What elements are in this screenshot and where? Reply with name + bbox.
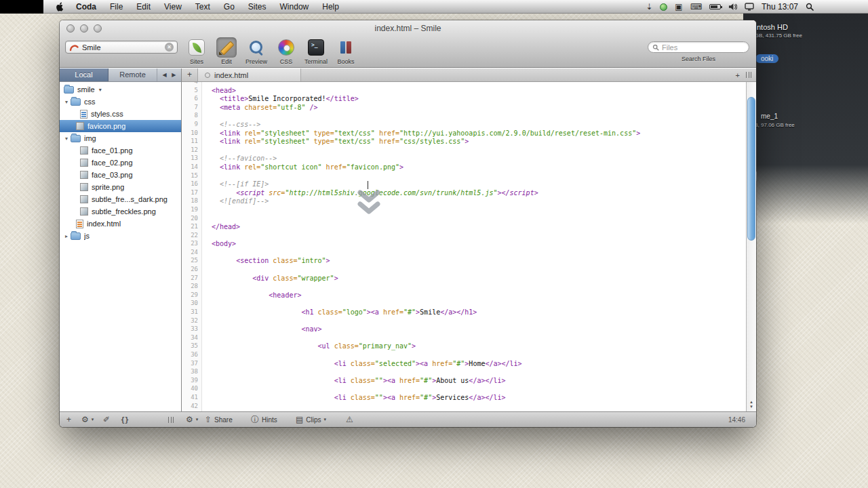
site-button[interactable]: Smile ✕ [65,41,178,54]
file-icon [80,207,88,216]
toolbar-preview-button[interactable]: Preview [243,37,270,65]
validation-warning-icon[interactable]: ⚠ [346,412,353,427]
editor-scrollbar[interactable]: ▲▼ [746,82,756,411]
display-icon[interactable] [745,3,754,11]
menu-item-edit[interactable]: Edit [130,0,157,14]
file-icon [80,110,87,119]
menu-item-coda[interactable]: Coda [69,0,103,14]
share-button[interactable]: ⇧Share [205,412,233,427]
editor-tab-label: index.html [214,71,248,79]
search-files-caption: Search Files [648,56,749,62]
menu-item-sites[interactable]: Sites [241,0,273,14]
split-add-icon[interactable]: + [736,71,740,79]
editor-tabbar: + index.html + [182,68,756,82]
file-tree: smile▾▾cssstyles.cssfavicon.png▾imgface_… [60,82,181,411]
tree-item-subtle-fre-s-dark-png[interactable]: subtle_fre...s_dark.png [60,193,181,205]
clipboard-status-icon[interactable]: ▣ [675,0,682,14]
menubar-black-segment [0,0,43,14]
menu-item-text[interactable]: Text [189,0,217,14]
tree-item-img[interactable]: ▾img [60,132,181,144]
site-swoosh-icon [69,43,79,52]
menu-item-file[interactable]: File [103,0,130,14]
menu-item-window[interactable]: Window [273,0,316,14]
tabbar-grip-icon[interactable] [746,72,751,78]
tree-item-index-html[interactable]: index.html [60,218,181,230]
menu-item-help[interactable]: Help [315,0,346,14]
scrollbar-thumb[interactable] [747,97,755,241]
chevron-down-icon[interactable]: ▾ [99,87,102,93]
toolbar-css-button[interactable]: CSS [273,37,300,65]
remove-site-icon[interactable]: ✕ [165,43,174,52]
coda-window: index.html – Smile Smile ✕ SitesEditPrev… [60,20,756,427]
menu-item-go[interactable]: Go [217,0,241,14]
disclosure-triangle-icon[interactable]: ▸ [62,233,71,239]
add-file-button[interactable]: + [66,412,71,427]
menu-items: CodaFileEditViewTextGoSitesWindowHelp [69,0,346,14]
publish-button[interactable]: ✐ [103,412,110,427]
apple-menu-icon[interactable] [56,2,64,14]
menu-item-view[interactable]: View [157,0,189,14]
sidebar-tab-remote[interactable]: Remote [108,68,157,81]
green-status-icon[interactable] [660,3,667,11]
hints-icon: ⓘ [251,414,259,426]
window-body: LocalRemote ◀ ▶ smile▾▾cssstyles.cssfavi… [60,68,756,411]
new-tab-button[interactable]: + [182,68,198,81]
sidebar-resize-grip[interactable] [168,412,174,427]
folder-icon [71,98,81,106]
tree-item-smile[interactable]: smile▾ [60,83,181,96]
code-snippets-button[interactable]: {} [121,412,129,427]
titlebar-toolbar: index.html – Smile Smile ✕ SitesEditPrev… [60,20,756,68]
toolbar-sites-button[interactable]: Sites [183,37,210,65]
volume-icon[interactable] [728,3,737,11]
tree-item-styles-css[interactable]: styles.css [60,108,181,120]
desktop: ntosh HD 9 GB, 431.75 GB free ooki me_1 … [0,0,868,488]
menubar: CodaFileEditViewTextGoSitesWindowHelp ⇣ … [0,0,868,14]
terminal-icon [308,39,324,56]
code-area[interactable]: 4567891011121314151617181920212223242526… [182,82,746,411]
desktop-icon-label-2[interactable]: me_1 [761,113,778,120]
clips-button[interactable]: ▤Clips▾ [296,412,326,427]
disclosure-triangle-icon[interactable]: ▾ [62,136,71,142]
menubar-clock[interactable]: Thu 13:07 [762,2,798,12]
sidebar-tabs-row: LocalRemote ◀ ▶ [60,68,181,82]
toolbar-books-button[interactable]: Books [332,37,359,65]
sidebar-action-gear-button[interactable]: ⚙▾ [81,412,94,427]
tree-item-js[interactable]: ▸js [60,230,181,242]
tree-item-face-03-png[interactable]: face_03.png [60,169,181,181]
editor-tab-indexhtml[interactable]: index.html [198,68,301,81]
tree-item-face-02-png[interactable]: face_02.png [60,157,181,169]
folder-icon [71,232,81,240]
back-arrow-icon[interactable]: ◀ [163,72,167,78]
toolbar-edit-button[interactable]: Edit [213,37,240,65]
code-editor[interactable]: <head> <title>Smile Incorporated!</title… [202,82,746,411]
desktop-icon-label-hd[interactable]: ntosh HD [757,23,788,31]
sidebar-tab-local[interactable]: Local [60,68,108,81]
desktop-right-area: ntosh HD 9 GB, 431.75 GB free ooki me_1 … [743,14,868,224]
spotlight-search-icon[interactable] [806,3,814,11]
toolbar-buttons: SitesEditPreviewCSSTerminalBooks [183,37,359,65]
menubar-status-area: ⇣ ▣ ⌨ Thu 13:07 [646,0,814,14]
desktop-icon-label-selected[interactable]: ooki [755,54,778,63]
disclosure-triangle-icon[interactable]: ▾ [62,99,71,105]
toolbar-terminal-button[interactable]: Terminal [302,37,330,65]
folder-icon [71,135,81,142]
battery-icon[interactable] [709,4,721,9]
status-time: 14:46 [728,412,745,427]
books-icon [338,39,354,56]
edit-icon [218,39,235,56]
editor-action-gear-button[interactable]: ⚙▾ [186,412,198,427]
keyboard-icon[interactable]: ⌨ [690,0,702,14]
sites-icon [189,39,205,56]
tree-item-subtle-freckles-png[interactable]: subtle_freckles.png [60,205,181,218]
files-search-input[interactable] [662,43,745,52]
files-search-field[interactable] [648,41,749,53]
forward-arrow-icon[interactable]: ▶ [172,72,176,78]
scrollbar-arrows[interactable]: ▲▼ [747,400,756,409]
tree-item-favicon-png[interactable]: favicon.png [60,120,181,132]
sync-icon[interactable]: ⇣ [646,0,652,14]
tree-item-css[interactable]: ▾css [60,96,181,108]
tree-item-face-01-png[interactable]: face_01.png [60,144,181,157]
hints-button[interactable]: ⓘHints [251,412,277,427]
tree-item-sprite-png[interactable]: sprite.png [60,181,181,193]
code-lines: <head> <title>Smile Incorporated!</title… [212,82,746,411]
